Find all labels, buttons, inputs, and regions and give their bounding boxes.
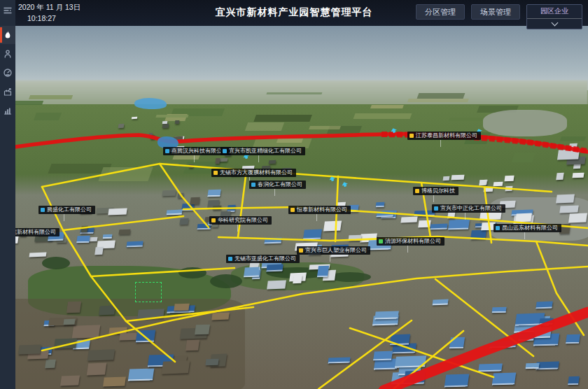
sidebar-item-statistics[interactable]: [0, 101, 15, 120]
company-marker-icon: [496, 226, 500, 230]
company-marker-icon: [251, 183, 255, 187]
company-name: 宜兴市中正化工有限公司: [440, 206, 502, 211]
company-marker-icon: [415, 189, 419, 193]
top-bar: 2020 年 11 月 13日 10:18:27 宜兴市新材料产业园智慧管理平台…: [0, 0, 588, 26]
company-labels-layer: 燕腾汉兴科技有限公司宜兴市凯亚精细化工有限公司无锡市方大覆膜材料有限公司春润化工…: [0, 26, 588, 389]
company-name: 无锡市亚盛化工有限公司: [234, 256, 296, 262]
scene-management-button[interactable]: 场景管理: [471, 4, 520, 20]
zone-management-button[interactable]: 分区管理: [416, 4, 465, 20]
company-label[interactable]: 博格贝尔科技: [413, 187, 458, 195]
map-3d-view[interactable]: 燕腾汉兴科技有限公司宜兴市凯亚精细化工有限公司无锡市方大覆膜材料有限公司春润化工…: [0, 26, 588, 389]
company-name: 春润化工有限公司: [258, 182, 302, 188]
company-label[interactable]: 宜兴市中正化工有限公司: [432, 204, 505, 213]
company-label[interactable]: 江苏泰昌新材料有限公司: [407, 132, 481, 140]
factory-icon: [3, 87, 13, 97]
company-label[interactable]: 清源环保材料有限公司: [377, 237, 444, 246]
worker-icon: [3, 49, 13, 59]
sidebar-item-enterprise[interactable]: [0, 83, 15, 101]
company-marker-icon: [165, 149, 169, 153]
company-label[interactable]: 无锡市亚盛化工有限公司: [226, 255, 300, 263]
sidebar-item-monitor[interactable]: [0, 64, 15, 82]
smart-park-platform: 2020 年 11 月 13日 10:18:27 宜兴市新材料产业园智慧管理平台…: [0, 0, 588, 389]
sidebar-item-personnel[interactable]: [0, 45, 15, 63]
company-marker-icon: [214, 171, 218, 175]
company-label[interactable]: 昆山远东材料有限公司: [493, 224, 561, 232]
company-marker-icon: [290, 208, 295, 212]
company-marker-icon: [228, 257, 232, 261]
flame-icon: [3, 30, 13, 40]
company-label[interactable]: 宜兴市巨人塑业有限公司: [297, 246, 370, 255]
company-name: 江苏泰昌新材料有限公司: [416, 133, 477, 139]
company-marker-icon: [379, 239, 383, 243]
company-marker-icon: [41, 208, 45, 212]
selection-box: [135, 282, 162, 302]
company-name: 博格贝尔科技: [421, 188, 455, 194]
company-label[interactable]: 春润化工有限公司: [249, 181, 306, 189]
company-name: 宜兴市巨人塑业有限公司: [305, 248, 367, 253]
chevron-down-icon: [551, 20, 558, 27]
company-label[interactable]: 恒泰新材料有限公司: [288, 206, 351, 214]
company-marker-icon: [434, 206, 438, 211]
company-name: 恒泰新材料有限公司: [297, 207, 347, 213]
company-name: 宜兴市凯亚精细化工有限公司: [229, 148, 302, 154]
company-label[interactable]: 无锡市方大覆膜材料有限公司: [211, 169, 296, 177]
menu-icon: [3, 6, 13, 15]
company-label[interactable]: 华科研究院有限公司: [209, 216, 272, 225]
enterprise-dropdown-label: 园区企业: [527, 5, 582, 19]
company-label[interactable]: 腾盛化工有限公司: [38, 206, 95, 214]
company-label[interactable]: 宜兴市凯亚精细化工有限公司: [220, 147, 305, 155]
header-actions: 分区管理 场景管理 园区企业: [416, 4, 582, 29]
bar-chart-icon: [3, 106, 13, 115]
gauge-icon: [3, 68, 13, 78]
sidebar: [0, 0, 15, 389]
company-name: 华科研究院有限公司: [218, 218, 268, 223]
company-marker-icon: [410, 134, 414, 138]
company-marker-icon: [223, 149, 227, 153]
sidebar-item-menu[interactable]: [0, 1, 15, 20]
sidebar-item-fire[interactable]: [0, 26, 15, 44]
company-name: 无锡市方大覆膜材料有限公司: [220, 170, 293, 176]
enterprise-dropdown[interactable]: 园区企业: [526, 4, 582, 29]
company-name: 清源环保材料有限公司: [385, 239, 441, 244]
company-name: 燕腾汉兴科技有限公司: [172, 148, 227, 154]
company-marker-icon: [299, 248, 303, 253]
company-name: 昆山远东材料有限公司: [502, 225, 558, 231]
company-marker-icon: [211, 218, 216, 222]
company-name: 腾盛化工有限公司: [47, 207, 92, 213]
